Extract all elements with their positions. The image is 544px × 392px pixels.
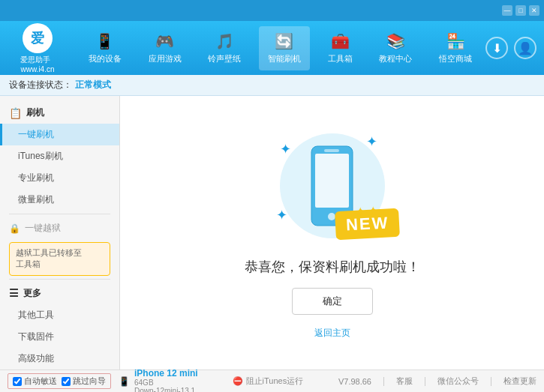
- nav-toolbox[interactable]: 🧰 工具箱: [319, 26, 362, 70]
- wechat-link[interactable]: 微信公众号: [437, 376, 479, 387]
- status-bar: 设备连接状态： 正常模式: [0, 75, 544, 96]
- checkbox-group: 自动敏送 跳过向导: [8, 373, 111, 389]
- sidebar-item-itunes-flash[interactable]: iTunes刷机: [0, 145, 119, 167]
- micro-flash-label: 微量刷机: [18, 194, 54, 205]
- main-layout: 📋 刷机 一键刷机 iTunes刷机 专业刷机 微量刷机 🔒 一键越狱: [0, 96, 544, 370]
- window-controls: — □ ✕: [502, 5, 539, 16]
- itunes-flash-label: iTunes刷机: [18, 151, 63, 161]
- auto-send-checkbox-item[interactable]: 自动敏送: [13, 376, 57, 387]
- sidebar-section-flash-title: 📋 刷机: [0, 102, 119, 124]
- badge-stars: ✦ ✦: [355, 203, 378, 219]
- sidebar-section-jailbreak: 🔒 一键越狱 越狱工具已转移至工具箱: [0, 217, 119, 276]
- back-link[interactable]: 返回主页: [314, 327, 350, 340]
- sidebar-jailbreak-notice: 越狱工具已转移至工具箱: [9, 242, 110, 276]
- nav-wukong-icon: 🏪: [446, 32, 465, 50]
- sidebar-divider-1: [9, 214, 110, 214]
- sparkle-icon-1: ✦: [280, 141, 291, 157]
- success-message: 恭喜您，保资料刷机成功啦！: [245, 258, 420, 276]
- sidebar-item-one-click-flash[interactable]: 一键刷机: [0, 124, 119, 145]
- lock-icon: 🔒: [9, 223, 20, 234]
- download-firmware-label: 下载固件: [18, 331, 54, 342]
- nav-device-label: 我的设备: [89, 53, 122, 64]
- bottom-right: V7.98.66 客服 微信公众号 检查更新: [338, 376, 536, 387]
- status-label: 设备连接状态：: [9, 79, 72, 91]
- logo-line1: 爱思助手: [20, 55, 54, 65]
- sparkle-icon-3: ✦: [276, 207, 287, 223]
- nav-tutorial[interactable]: 📚 教程中心: [370, 26, 421, 70]
- skip-wizard-label: 跳过向导: [73, 376, 106, 387]
- header: 爱 爱思助手 www.i4.cn 📱 我的设备 🎮 应用游戏 🎵 铃声壁纸 🔄 …: [0, 21, 544, 75]
- content-area: ✦ ✦ ✦ ✦ ✦ NEW 恭喜您，保资料刷机成功啦！ 确定 返回主页: [120, 96, 544, 370]
- nav-my-device[interactable]: 📱 我的设备: [80, 26, 131, 70]
- divider-2: [425, 377, 425, 386]
- sidebar-section-more-title: ☰ 更多: [0, 283, 119, 304]
- pro-flash-label: 专业刷机: [18, 172, 54, 183]
- user-button[interactable]: 👤: [514, 37, 536, 59]
- nav-tutorial-icon: 📚: [386, 32, 405, 50]
- bottom-left: 自动敏送 跳过向导 📱 iPhone 12 mini 64GB Down-12m…: [8, 368, 198, 393]
- phone-container: ✦ ✦ ✦ ✦ ✦ NEW: [272, 126, 392, 246]
- sidebar-divider-2: [9, 279, 110, 280]
- download-button[interactable]: ⬇: [485, 37, 508, 59]
- one-click-flash-label: 一键刷机: [18, 129, 54, 139]
- nav-flash-icon: 🔄: [275, 32, 293, 50]
- nav-app-icon: 🎮: [155, 32, 174, 50]
- nav-ringtone[interactable]: 🎵 铃声壁纸: [199, 26, 250, 70]
- jailbreak-label: 一键越狱: [25, 222, 61, 235]
- logo-line2: www.i4.cn: [20, 65, 54, 73]
- bottom-bar: 自动敏送 跳过向导 📱 iPhone 12 mini 64GB Down-12m…: [0, 370, 544, 392]
- status-value: 正常模式: [75, 79, 111, 91]
- logo-text: 爱思助手 www.i4.cn: [20, 55, 54, 73]
- device-info: 📱 iPhone 12 mini 64GB Down-12mini-13,1: [119, 368, 198, 393]
- check-update-link[interactable]: 检查更新: [503, 376, 536, 387]
- device-details: iPhone 12 mini 64GB Down-12mini-13,1: [134, 368, 198, 393]
- confirm-button[interactable]: 确定: [292, 288, 373, 315]
- itunes-status: ⛔ 阻止iTunes运行: [233, 376, 303, 387]
- nav-app-label: 应用游戏: [149, 53, 182, 64]
- divider-1: [383, 377, 384, 386]
- flash-section-icon: 📋: [9, 107, 22, 119]
- sparkle-icon-2: ✦: [366, 133, 377, 150]
- support-link[interactable]: 客服: [396, 376, 413, 387]
- skip-wizard-checkbox[interactable]: [62, 377, 71, 386]
- nav-app-game[interactable]: 🎮 应用游戏: [140, 26, 191, 70]
- version-label: V7.98.66: [338, 377, 371, 386]
- title-bar: — □ ✕: [0, 0, 544, 21]
- sidebar: 📋 刷机 一键刷机 iTunes刷机 专业刷机 微量刷机 🔒 一键越狱: [0, 96, 120, 370]
- close-button[interactable]: ✕: [529, 5, 539, 16]
- device-firmware: Down-12mini-13,1: [134, 387, 198, 393]
- divider-3: [491, 377, 491, 386]
- nav-toolbox-label: 工具箱: [328, 53, 353, 64]
- auto-send-checkbox[interactable]: [13, 377, 22, 386]
- sidebar-item-other-tools[interactable]: 其他工具: [0, 304, 119, 326]
- skip-wizard-checkbox-item[interactable]: 跳过向导: [62, 376, 106, 387]
- svg-rect-1: [315, 154, 349, 208]
- more-section-label: 更多: [23, 287, 41, 300]
- advanced-label: 高级功能: [18, 353, 54, 364]
- flash-section-label: 刷机: [26, 106, 44, 119]
- nav-device-icon: 📱: [95, 32, 114, 50]
- nav-toolbox-icon: 🧰: [331, 32, 350, 50]
- maximize-button[interactable]: □: [515, 5, 526, 16]
- nav-ringtone-label: 铃声壁纸: [208, 53, 241, 64]
- sidebar-item-pro-flash[interactable]: 专业刷机: [0, 167, 119, 189]
- logo-symbol: 爱: [31, 29, 44, 47]
- logo-icon: 爱: [23, 23, 53, 53]
- sidebar-jailbreak-title: 🔒 一键越狱: [0, 217, 119, 239]
- svg-rect-3: [324, 149, 339, 152]
- nav-wukong-label: 悟空商城: [439, 53, 472, 64]
- more-section-icon: ☰: [9, 287, 19, 299]
- nav-ringtone-icon: 🎵: [215, 32, 234, 50]
- nav-smart-flash[interactable]: 🔄 智能刷机: [259, 26, 310, 70]
- nav-flash-label: 智能刷机: [268, 53, 301, 64]
- sidebar-item-micro-flash[interactable]: 微量刷机: [0, 189, 119, 211]
- nav-wukong[interactable]: 🏪 悟空商城: [430, 26, 481, 70]
- sidebar-section-more: ☰ 更多 其他工具 下载固件 高级功能: [0, 283, 119, 370]
- logo[interactable]: 爱 爱思助手 www.i4.cn: [8, 23, 68, 73]
- minimize-button[interactable]: —: [502, 5, 512, 16]
- stop-itunes-label: 阻止iTunes运行: [246, 376, 304, 385]
- sidebar-item-download-firmware[interactable]: 下载固件: [0, 326, 119, 348]
- sidebar-section-flash: 📋 刷机 一键刷机 iTunes刷机 专业刷机 微量刷机: [0, 102, 119, 211]
- header-right: ⬇ 👤: [485, 37, 536, 59]
- sidebar-item-advanced[interactable]: 高级功能: [0, 348, 119, 370]
